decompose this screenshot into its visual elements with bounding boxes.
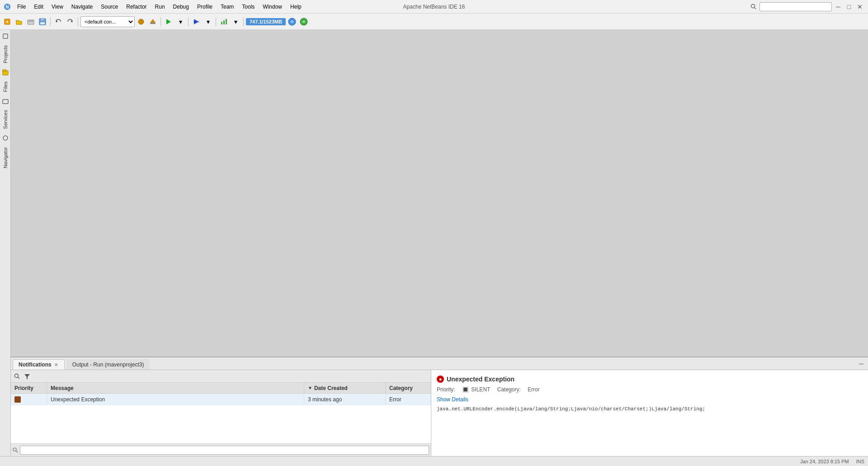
- sidebar-item-services[interactable]: Services: [1, 106, 9, 133]
- menu-edit[interactable]: Edit: [30, 3, 47, 11]
- bottom-panel: Notifications ✕ Output - Run (mavenproje…: [11, 357, 868, 456]
- notif-priority-cell: [11, 394, 47, 405]
- main-area: Projects Files Services Navigator Notifi…: [0, 30, 868, 456]
- notif-message-cell: Unexpected Exception: [47, 394, 304, 405]
- sidebar-item-files[interactable]: Files: [1, 78, 9, 95]
- close-project-button[interactable]: [25, 16, 36, 27]
- menu-navigate[interactable]: Navigate: [68, 3, 96, 11]
- open-project-button[interactable]: [14, 16, 24, 27]
- sidebar-item-projects[interactable]: Projects: [1, 42, 9, 67]
- menu-refactor[interactable]: Refactor: [123, 3, 150, 11]
- detail-priority-value: SILENT: [471, 386, 490, 393]
- search-icon: [750, 4, 757, 10]
- notifications-header: Priority Message ▼ Date Created Category: [11, 383, 431, 394]
- sidebar-files-icon[interactable]: [2, 69, 9, 76]
- header-priority: Priority: [11, 383, 47, 393]
- menu-tools[interactable]: Tools: [238, 3, 258, 11]
- toolbar-separator-4: [188, 17, 189, 26]
- status-bar: Jan 24, 2023 8:15 PM INS: [0, 456, 868, 466]
- netbeans-logo-icon: N: [4, 3, 11, 10]
- debug-dropdown-button[interactable]: ▾: [203, 16, 213, 27]
- menu-team[interactable]: Team: [217, 3, 237, 11]
- tab-notifications-label: Notifications: [19, 361, 52, 368]
- menu-debug[interactable]: Debug: [170, 3, 193, 11]
- profile-project-button[interactable]: [218, 16, 229, 27]
- notif-category-cell: Error: [386, 394, 431, 405]
- window-title: Apache NetBeans IDE 16: [403, 4, 465, 10]
- menu-run[interactable]: Run: [151, 3, 169, 11]
- toolbar-separator-5: [216, 17, 216, 26]
- svg-rect-21: [226, 19, 227, 24]
- tab-notifications[interactable]: Notifications ✕: [13, 359, 65, 370]
- header-date-created: ▼ Date Created: [304, 383, 386, 393]
- detail-priority-label: Priority:: [437, 386, 455, 393]
- header-category: Category: [386, 383, 431, 393]
- main-toolbar: + <default con... ▾ ▾ ▾ 747.1/1523MB: [0, 14, 868, 30]
- notifications-toolbar: [11, 370, 431, 383]
- config-dropdown[interactable]: <default con...: [80, 16, 135, 27]
- maximize-button[interactable]: □: [844, 2, 854, 11]
- workspace: Notifications ✕ Output - Run (mavenproje…: [11, 30, 868, 456]
- undo-button[interactable]: [53, 16, 64, 27]
- new-project-button[interactable]: +: [2, 16, 13, 27]
- notifications-search-button[interactable]: [13, 372, 22, 381]
- menu-profile[interactable]: Profile: [193, 3, 216, 11]
- notifications-body: Unexpected Exception 3 minutes ago Error: [11, 394, 431, 443]
- detail-panel: ● Unexpected Exception Priority: 🔳 SILEN…: [431, 370, 868, 456]
- panel-minimize-button[interactable]: ─: [856, 359, 866, 368]
- svg-rect-26: [3, 70, 6, 71]
- detail-category-label: Category:: [497, 386, 521, 393]
- heap-dump-button[interactable]: [298, 16, 309, 27]
- svg-rect-18: [193, 21, 199, 23]
- svg-marker-11: [56, 20, 58, 23]
- tab-output[interactable]: Output - Run (mavenproject3): [66, 359, 150, 370]
- save-button[interactable]: [37, 16, 48, 27]
- notifications-panel: Priority Message ▼ Date Created Category: [11, 370, 868, 456]
- svg-point-28: [3, 136, 8, 140]
- tab-notifications-close[interactable]: ✕: [53, 362, 59, 367]
- menu-file[interactable]: File: [14, 3, 29, 11]
- notifications-table-area: Priority Message ▼ Date Created Category: [11, 370, 431, 456]
- clean-build-button[interactable]: [147, 16, 158, 27]
- close-button[interactable]: ✕: [855, 2, 864, 11]
- menu-help[interactable]: Help: [287, 3, 305, 11]
- run-dropdown-button[interactable]: ▾: [175, 16, 186, 27]
- sidebar-item-navigator[interactable]: Navigator: [1, 143, 9, 172]
- search-input[interactable]: [760, 2, 832, 11]
- sidebar-pin-icon[interactable]: [2, 33, 9, 40]
- redo-button[interactable]: [65, 16, 75, 27]
- status-timestamp: Jan 24, 2023 8:15 PM: [800, 459, 849, 464]
- detail-stack-trace: java.net.URLEncoder.encode(Ljava/lang/St…: [437, 406, 863, 412]
- debug-project-button[interactable]: [191, 16, 202, 27]
- tab-output-label: Output - Run (mavenproject3): [72, 361, 144, 368]
- memory-indicator[interactable]: 747.1/1523MB: [246, 18, 286, 25]
- gc-button[interactable]: [287, 16, 297, 27]
- table-row[interactable]: Unexpected Exception 3 minutes ago Error: [11, 394, 431, 405]
- bottom-panel-tabs: Notifications ✕ Output - Run (mavenproje…: [11, 357, 868, 370]
- menu-view[interactable]: View: [48, 3, 67, 11]
- toolbar-separator-6: [243, 17, 244, 26]
- show-details-link[interactable]: Show Details: [437, 396, 863, 403]
- notif-date-cell: 3 minutes ago: [304, 394, 386, 405]
- detail-title-text: Unexpected Exception: [447, 376, 514, 383]
- notifications-filter-button[interactable]: [23, 372, 32, 381]
- svg-marker-31: [24, 374, 30, 379]
- toolbar-separator-3: [160, 17, 161, 26]
- detail-title-row: ● Unexpected Exception: [437, 376, 863, 383]
- toolbar-separator-1: [50, 17, 51, 26]
- svg-rect-19: [221, 22, 222, 24]
- menu-window[interactable]: Window: [259, 3, 286, 11]
- notifications-search-input[interactable]: [20, 446, 429, 455]
- minimize-button[interactable]: ─: [834, 2, 843, 11]
- menu-bar: N File Edit View Navigate Source Refacto…: [4, 3, 750, 11]
- build-project-button[interactable]: [136, 16, 146, 27]
- run-project-button[interactable]: [163, 16, 174, 27]
- sidebar-nav-pin-icon[interactable]: [2, 134, 9, 142]
- sidebar-services-pin-icon[interactable]: [2, 97, 9, 105]
- svg-line-30: [18, 377, 20, 379]
- svg-line-3: [755, 7, 756, 9]
- profile-dropdown-button[interactable]: ▾: [230, 16, 241, 27]
- svg-rect-7: [28, 20, 34, 22]
- menu-source[interactable]: Source: [97, 3, 122, 11]
- svg-point-29: [15, 374, 19, 377]
